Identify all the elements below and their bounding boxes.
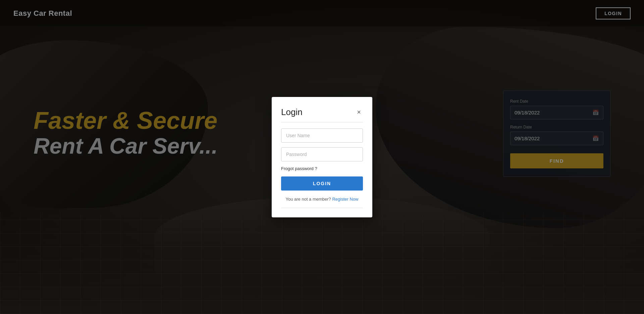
modal-divider [281,208,363,208]
forgot-password-link[interactable]: Frogot password ? [281,166,363,171]
register-text-label: You are not a member? [285,197,331,202]
password-input[interactable] [281,147,363,161]
register-section: You are not a member? Register Now [281,197,363,202]
login-modal: Login × Frogot password ? LOGIN You are … [272,97,372,217]
register-now-link[interactable]: Register Now [332,197,358,202]
modal-title: Login [281,107,303,117]
username-input[interactable] [281,128,363,143]
modal-overlay: Login × Frogot password ? LOGIN You are … [0,0,644,314]
modal-header: Login × [281,107,363,122]
modal-close-button[interactable]: × [355,108,363,116]
modal-login-button[interactable]: LOGIN [281,176,363,191]
